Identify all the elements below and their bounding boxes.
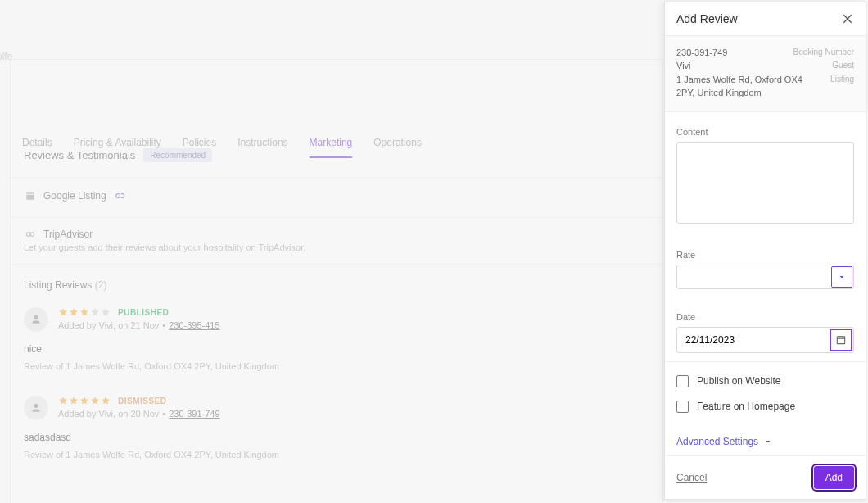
panel-context-info: 230-391-749 Booking Number Vivi Guest 1 … xyxy=(665,35,866,112)
calendar-icon[interactable] xyxy=(830,329,852,351)
add-review-panel: Add Review 230-391-749 Booking Number Vi… xyxy=(664,2,866,500)
feature-homepage-label: Feature on Homepage xyxy=(697,401,795,412)
feature-homepage-row[interactable]: Feature on Homepage xyxy=(676,401,854,413)
date-input[interactable] xyxy=(676,327,854,353)
booking-number-label: Booking Number xyxy=(793,48,854,57)
booking-number-value: 230-391-749 xyxy=(676,48,727,57)
guest-label: Guest xyxy=(832,61,854,70)
date-label: Date xyxy=(676,312,854,322)
chevron-down-icon xyxy=(763,437,773,446)
listing-address-value: 1 James Wolfe Rd, Oxford OX4 2PY, United… xyxy=(676,74,807,100)
guest-name-value: Vivi xyxy=(676,61,691,70)
svg-rect-2 xyxy=(837,337,844,344)
publish-website-label: Publish on Website xyxy=(697,375,781,387)
rate-select[interactable] xyxy=(676,265,854,289)
feature-homepage-checkbox[interactable] xyxy=(676,401,689,413)
listing-label: Listing xyxy=(830,74,854,100)
content-textarea[interactable] xyxy=(676,142,854,224)
rate-label: Rate xyxy=(676,250,854,260)
add-button[interactable]: Add xyxy=(814,466,854,489)
panel-title: Add Review xyxy=(676,12,738,25)
advanced-settings-toggle[interactable]: Advanced Settings xyxy=(676,436,854,447)
content-label: Content xyxy=(676,127,854,137)
publish-website-row[interactable]: Publish on Website xyxy=(676,375,854,387)
cancel-button[interactable]: Cancel xyxy=(676,472,707,483)
close-icon[interactable] xyxy=(841,12,854,25)
publish-website-checkbox[interactable] xyxy=(676,375,689,387)
